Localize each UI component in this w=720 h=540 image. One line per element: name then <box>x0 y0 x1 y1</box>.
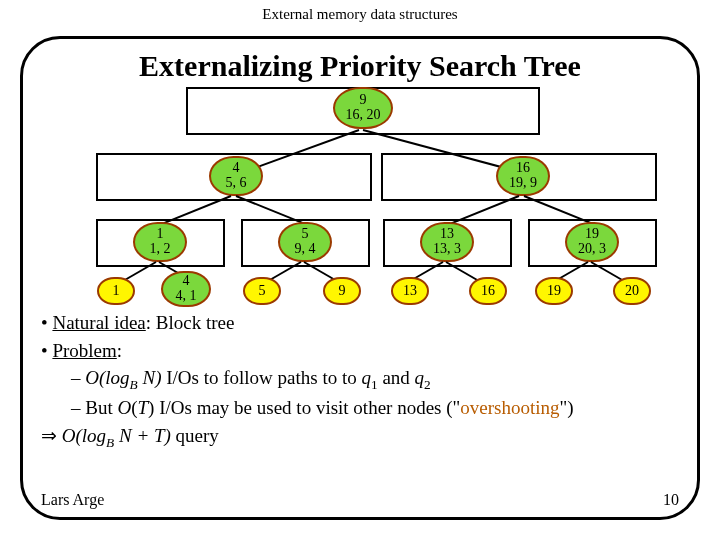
tree-diagram: 916, 20 45, 6 1619, 9 11, 2 59, 4 1313, … <box>41 83 679 303</box>
node-l3-0: 11, 2 <box>133 222 187 262</box>
sub-1: – O(logB N) I/Os to follow paths to to q… <box>41 364 679 394</box>
node-l3-3: 1920, 3 <box>565 222 619 262</box>
slide-frame: Externalizing Priority Search Tree 916, … <box>20 36 700 520</box>
leaf-4: 13 <box>391 277 429 305</box>
leaf-7: 20 <box>613 277 651 305</box>
node-l3-2: 1313, 3 <box>420 222 474 262</box>
node-root: 916, 20 <box>333 87 393 129</box>
node-l2-1: 1619, 9 <box>496 156 550 196</box>
footer-right: 10 <box>663 491 679 509</box>
bullet-2: • Problem: <box>41 337 679 365</box>
bullet-1: • Natural idea: Block tree <box>41 309 679 337</box>
leaf-1: 44, 1 <box>161 271 211 307</box>
leaf-5: 16 <box>469 277 507 305</box>
node-l2-0: 45, 6 <box>209 156 263 196</box>
sub-2: – But O(T) I/Os may be used to visit oth… <box>41 394 679 422</box>
leaf-6: 19 <box>535 277 573 305</box>
page-header: External memory data structures <box>0 0 720 23</box>
title: Externalizing Priority Search Tree <box>41 49 679 83</box>
leaf-0: 1 <box>97 277 135 305</box>
leaf-3: 9 <box>323 277 361 305</box>
node-l3-1: 59, 4 <box>278 222 332 262</box>
footer-left: Lars Arge <box>41 491 104 509</box>
leaf-2: 5 <box>243 277 281 305</box>
body-text: • Natural idea: Block tree • Problem: – … <box>41 309 679 452</box>
conclusion: ⇒ O(logB N + T) query <box>41 422 679 452</box>
